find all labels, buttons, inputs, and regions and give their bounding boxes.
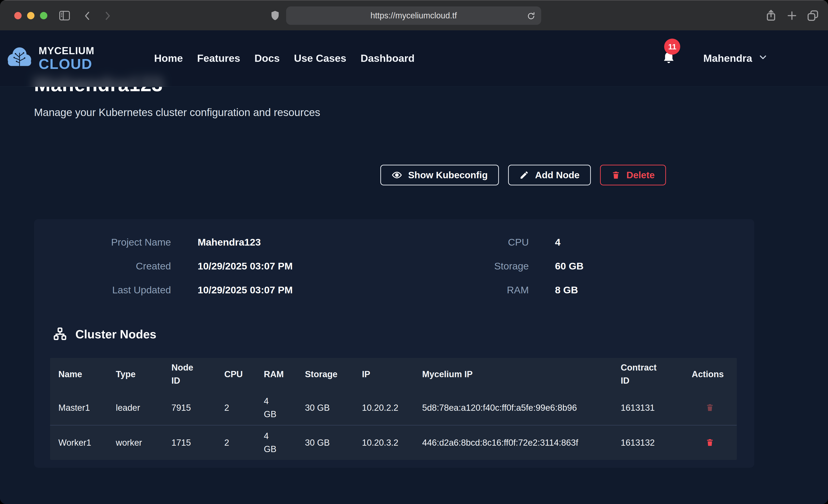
url-text: https://myceliumcloud.tf xyxy=(370,11,457,20)
col-cpu: CPU xyxy=(216,358,255,390)
cluster-details-panel: Project NameMahendra123 Created10/29/202… xyxy=(34,219,754,468)
show-kubeconfig-button[interactable]: Show Kubeconfig xyxy=(380,165,499,185)
user-name: Mahendra xyxy=(703,52,752,64)
storage-label: Storage xyxy=(379,260,529,272)
tab-overview-icon[interactable] xyxy=(806,9,820,23)
user-menu[interactable]: Mahendra xyxy=(703,52,768,65)
trash-icon xyxy=(611,170,620,180)
ram-value: 8 GB xyxy=(555,284,578,296)
address-bar[interactable]: https://myceliumcloud.tf xyxy=(286,6,541,25)
node-mycelium-ip: 446:d2a6:8bcd:8c16:ff0f:72e2:3114:863f xyxy=(414,425,613,460)
nav-use-cases[interactable]: Use Cases xyxy=(294,52,346,64)
node-ram: 4 GB xyxy=(255,390,297,425)
node-ip: 10.20.3.2 xyxy=(354,425,414,460)
col-name: Name xyxy=(50,358,108,390)
node-contract-id: 1613131 xyxy=(613,390,684,425)
last-updated-value: 10/29/2025 03:07 PM xyxy=(198,284,293,296)
node-storage: 30 GB xyxy=(297,425,354,460)
zoom-window-button[interactable] xyxy=(40,12,47,19)
col-actions: Actions xyxy=(684,358,737,390)
browser-window: https://myceliumcloud.tf Mahendra123 Man xyxy=(0,0,828,504)
nav-home[interactable]: Home xyxy=(154,52,183,64)
back-icon[interactable] xyxy=(82,10,93,22)
site-logo[interactable]: MYCELIUM CLOUD xyxy=(6,45,94,71)
close-window-button[interactable] xyxy=(14,12,22,19)
col-storage: Storage xyxy=(297,358,354,390)
cluster-nodes-heading: Cluster Nodes xyxy=(53,327,157,342)
node-mycelium-ip: 5d8:78ea:a120:f40c:ff0f:a5fe:99e6:8b96 xyxy=(414,390,613,425)
nav-dashboard[interactable]: Dashboard xyxy=(361,52,415,64)
cluster-nodes-table: Name Type Node ID CPU RAM Storage IP Myc… xyxy=(50,358,737,460)
nav-docs[interactable]: Docs xyxy=(254,52,280,64)
col-mycelium-ip: Mycelium IP xyxy=(414,358,613,390)
ram-label: RAM xyxy=(379,284,529,296)
cpu-label: CPU xyxy=(379,237,529,248)
table-row: Master1 leader 7915 2 4 GB 30 GB 10.20.2… xyxy=(50,390,737,425)
col-type: Type xyxy=(108,358,163,390)
cluster-info: Project NameMahendra123 Created10/29/202… xyxy=(34,230,754,302)
node-cpu: 2 xyxy=(216,390,255,425)
bell-icon xyxy=(661,64,676,68)
add-node-button[interactable]: Add Node xyxy=(508,165,591,185)
minimize-window-button[interactable] xyxy=(27,12,35,19)
created-label: Created xyxy=(34,260,171,272)
logo-line2: CLOUD xyxy=(39,57,94,71)
page-subtitle: Manage your Kubernetes cluster configura… xyxy=(34,106,320,119)
trash-icon xyxy=(705,410,714,413)
node-type: worker xyxy=(108,425,163,460)
cluster-action-bar: Show Kubeconfig Add Node Delete xyxy=(380,165,666,185)
delete-cluster-button[interactable]: Delete xyxy=(600,165,666,185)
trash-icon xyxy=(705,445,714,448)
table-row: Worker1 worker 1715 2 4 GB 30 GB 10.20.3… xyxy=(50,425,737,460)
mycelium-cloud-logo-icon xyxy=(6,45,33,71)
privacy-shield-icon[interactable] xyxy=(270,9,281,23)
col-ram: RAM xyxy=(255,358,297,390)
created-value: 10/29/2025 03:07 PM xyxy=(198,260,293,272)
project-name-value: Mahendra123 xyxy=(198,237,261,248)
cpu-value: 4 xyxy=(555,237,561,248)
browser-toolbar: https://myceliumcloud.tf xyxy=(0,0,828,30)
node-contract-id: 1613132 xyxy=(613,425,684,460)
delete-node-button[interactable] xyxy=(705,403,714,413)
share-icon[interactable] xyxy=(764,8,778,23)
node-name: Master1 xyxy=(50,390,108,425)
project-name-label: Project Name xyxy=(34,237,171,248)
storage-value: 60 GB xyxy=(555,260,583,272)
node-ram: 4 GB xyxy=(255,425,297,460)
node-name: Worker1 xyxy=(50,425,108,460)
new-tab-icon[interactable] xyxy=(786,10,798,22)
node-id: 1715 xyxy=(163,425,216,460)
col-ip: IP xyxy=(354,358,414,390)
pencil-icon xyxy=(520,170,529,180)
last-updated-label: Last Updated xyxy=(34,284,171,296)
node-id: 7915 xyxy=(163,390,216,425)
node-cpu: 2 xyxy=(216,425,255,460)
reload-icon[interactable] xyxy=(527,11,536,22)
node-type: leader xyxy=(108,390,163,425)
nav-features[interactable]: Features xyxy=(197,52,240,64)
col-node-id: Node ID xyxy=(163,358,216,390)
sidebar-toggle-icon[interactable] xyxy=(58,9,71,22)
page-content: Mahendra123 Manage your Kubernetes clust… xyxy=(0,30,828,504)
delete-node-button[interactable] xyxy=(705,437,714,448)
table-body: Master1 leader 7915 2 4 GB 30 GB 10.20.2… xyxy=(50,390,737,460)
main-nav: Home Features Docs Use Cases Dashboard xyxy=(154,52,415,64)
eye-icon xyxy=(391,170,402,180)
table-header-row: Name Type Node ID CPU RAM Storage IP Myc… xyxy=(50,358,737,390)
notification-badge: 11 xyxy=(664,39,680,55)
node-ip: 10.20.2.2 xyxy=(354,390,414,425)
network-icon xyxy=(53,327,67,342)
chevron-down-icon xyxy=(758,52,768,65)
node-storage: 30 GB xyxy=(297,390,354,425)
site-header: MYCELIUM CLOUD Home Features Docs Use Ca… xyxy=(0,30,828,87)
col-contract-id: Contract ID xyxy=(613,358,684,390)
notifications-button[interactable]: 11 xyxy=(661,49,676,68)
logo-line1: MYCELIUM xyxy=(39,46,94,56)
forward-icon[interactable] xyxy=(102,10,113,22)
